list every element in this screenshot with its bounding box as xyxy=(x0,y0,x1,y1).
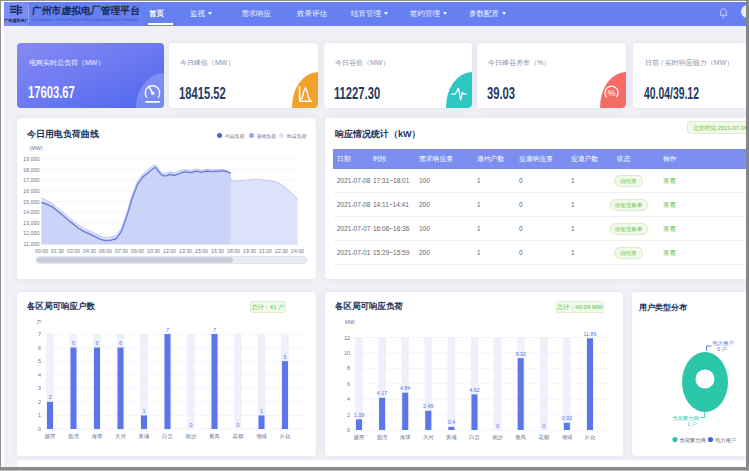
svg-text:负荷聚合商: 负荷聚合商 xyxy=(680,437,707,444)
svg-text:越秀: 越秀 xyxy=(354,434,365,441)
svg-text:2: 2 xyxy=(38,399,41,405)
svg-text:4.62: 4.62 xyxy=(469,387,480,393)
svg-text:0: 0 xyxy=(38,426,41,432)
svg-text:13,000: 13,000 xyxy=(23,220,40,226)
svg-text:1: 1 xyxy=(143,408,146,414)
svg-text:6: 6 xyxy=(119,340,122,346)
svg-text:南沙: 南沙 xyxy=(492,434,503,441)
svg-text:%: % xyxy=(607,88,615,98)
svg-text:11,000: 11,000 xyxy=(23,241,39,247)
svg-text:12,000: 12,000 xyxy=(23,230,40,236)
svg-text:0: 0 xyxy=(347,427,350,433)
svg-text:MW: MW xyxy=(345,319,355,325)
svg-text:21:00: 21:00 xyxy=(259,248,272,254)
svg-text:0.4: 0.4 xyxy=(448,419,456,425)
svg-text:花都: 花都 xyxy=(538,434,549,441)
svg-text:增城: 增城 xyxy=(562,434,573,440)
svg-text:黄埔: 黄埔 xyxy=(446,434,457,440)
svg-text:22:30: 22:30 xyxy=(275,248,288,254)
svg-text:9.32: 9.32 xyxy=(515,351,526,357)
svg-text:2: 2 xyxy=(347,412,350,418)
svg-text:花都: 花都 xyxy=(233,433,244,440)
svg-text:7: 7 xyxy=(166,327,169,333)
svg-text:4.84: 4.84 xyxy=(400,385,411,391)
svg-text:0: 0 xyxy=(542,423,545,429)
svg-text:06:00: 06:00 xyxy=(99,248,112,254)
svg-text:15:00: 15:00 xyxy=(195,248,208,254)
svg-text:0 户: 0 户 xyxy=(717,346,727,352)
svg-text:24:00: 24:00 xyxy=(291,248,304,254)
svg-text:19,000: 19,000 xyxy=(23,156,40,162)
svg-text:00:00: 00:00 xyxy=(35,248,48,254)
svg-text:番禺: 番禺 xyxy=(515,434,526,441)
svg-text:海珠: 海珠 xyxy=(92,433,103,440)
svg-text:天河: 天河 xyxy=(423,434,434,440)
svg-text:8: 8 xyxy=(347,365,350,371)
svg-text:荔湾: 荔湾 xyxy=(68,433,79,440)
svg-text:5: 5 xyxy=(284,354,287,360)
svg-text:6: 6 xyxy=(38,345,41,351)
svg-text:从化: 从化 xyxy=(585,434,596,441)
svg-text:2: 2 xyxy=(49,394,52,400)
svg-text:海珠: 海珠 xyxy=(400,434,411,441)
svg-text:白云: 白云 xyxy=(469,434,480,441)
svg-text:4: 4 xyxy=(38,372,41,378)
svg-text:户: 户 xyxy=(36,319,41,325)
svg-text:03:00: 03:00 xyxy=(67,248,80,254)
svg-text:5: 5 xyxy=(38,358,41,364)
svg-text:10: 10 xyxy=(344,350,350,356)
svg-text:(MW): (MW) xyxy=(30,145,43,151)
svg-text:黄埔: 黄埔 xyxy=(139,433,150,439)
svg-text:0: 0 xyxy=(237,422,240,428)
svg-text:07:30: 07:30 xyxy=(115,248,128,254)
svg-text:番禺: 番禺 xyxy=(209,433,220,440)
svg-text:10:30: 10:30 xyxy=(147,248,160,254)
svg-text:0: 0 xyxy=(496,423,499,429)
svg-text:南沙: 南沙 xyxy=(186,433,197,440)
svg-text:15,000: 15,000 xyxy=(23,199,40,205)
svg-text:01:30: 01:30 xyxy=(51,248,64,254)
svg-text:16,000: 16,000 xyxy=(23,188,40,194)
svg-text:6: 6 xyxy=(347,381,350,387)
svg-text:6: 6 xyxy=(96,340,99,346)
svg-text:荔湾: 荔湾 xyxy=(377,434,388,441)
svg-text:18:00: 18:00 xyxy=(227,248,240,254)
svg-text:1: 1 xyxy=(38,412,41,418)
svg-text:7: 7 xyxy=(38,331,41,337)
svg-text:0: 0 xyxy=(190,422,193,428)
svg-text:2.49: 2.49 xyxy=(423,403,434,409)
svg-text:04:30: 04:30 xyxy=(83,248,96,254)
svg-text:16:30: 16:30 xyxy=(211,248,224,254)
svg-text:19:30: 19:30 xyxy=(243,248,256,254)
svg-text:越秀: 越秀 xyxy=(45,433,56,440)
svg-text:12:00: 12:00 xyxy=(163,248,176,254)
svg-text:17,000: 17,000 xyxy=(23,177,40,183)
svg-text:0.92: 0.92 xyxy=(562,415,573,421)
svg-text:从化: 从化 xyxy=(280,433,291,440)
svg-text:13:30: 13:30 xyxy=(179,248,192,254)
svg-text:7: 7 xyxy=(213,327,216,333)
svg-text:09:00: 09:00 xyxy=(131,248,144,254)
svg-text:1.39: 1.39 xyxy=(354,412,365,418)
svg-text:4.17: 4.17 xyxy=(377,390,388,396)
svg-text:1 户: 1 户 xyxy=(687,421,697,427)
svg-text:14,000: 14,000 xyxy=(23,209,40,215)
svg-text:4: 4 xyxy=(347,396,350,402)
svg-text:电力用户: 电力用户 xyxy=(715,437,736,444)
svg-text:增城: 增城 xyxy=(256,433,267,439)
svg-text:3: 3 xyxy=(38,385,41,391)
svg-text:1: 1 xyxy=(260,408,263,414)
svg-text:18,000: 18,000 xyxy=(23,167,40,173)
svg-text:白云: 白云 xyxy=(162,433,173,440)
svg-text:6: 6 xyxy=(72,340,75,346)
svg-text:12: 12 xyxy=(344,335,350,341)
svg-text:11.89: 11.89 xyxy=(583,331,596,337)
svg-text:天河: 天河 xyxy=(115,433,126,439)
